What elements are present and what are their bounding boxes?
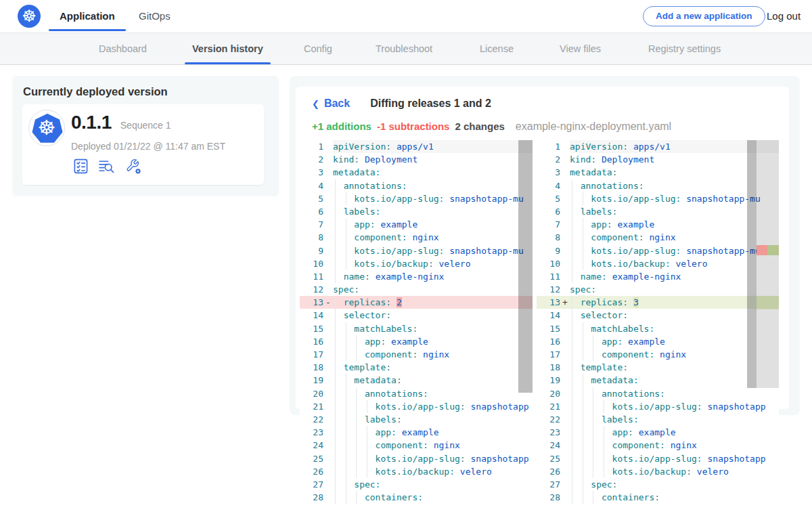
checklist-icon[interactable] [72,158,89,177]
line-number: 5 [300,192,323,205]
overview-ruler[interactable] [757,140,779,388]
diff-marker [323,283,333,296]
diff-pane-modified[interactable]: 1apiVersion: apps/v12kind: Deployment3me… [537,140,779,506]
line-number: 9 [300,244,323,257]
line-number: 1 [537,140,560,153]
wrench-gear-icon[interactable] [125,158,142,177]
code-line: 24 component: nginx [300,439,533,452]
line-number: 18 [537,361,560,374]
line-number: 4 [300,179,323,192]
line-number: 21 [537,400,560,413]
line-number: 24 [300,439,323,452]
diff-marker [323,257,333,270]
currently-deployed-card: Currently deployed version ☸ 0.1.1 Seque… [12,76,279,196]
code-line: 25 kots.io/app-slug: snapshotapp [300,452,533,465]
top-nav: ☸ Application GitOps Add a new applicati… [0,0,812,32]
diff-marker [323,439,333,452]
diff-marker [560,231,570,244]
diff-marker [560,179,570,192]
code-line: 9 kots.io/app-slug: snapshotapp-mu [300,244,533,257]
code-line: 3metadata: [537,166,779,179]
line-number: 14 [537,309,560,322]
subnav-view-files[interactable]: View files [560,33,601,64]
subnav-troubleshoot[interactable]: Troubleshoot [376,33,432,64]
left-pane-scrollbar[interactable] [518,140,533,393]
tab-gitops[interactable]: GitOps [139,0,171,32]
line-number: 11 [537,270,560,283]
code-line: 10 kots.io/backup: velero [300,257,533,270]
line-number: 23 [537,426,560,439]
code-line: 11 name: example-nginx [300,270,533,283]
tab-application[interactable]: Application [60,0,115,32]
kubernetes-logo-icon: ☸ [18,5,41,28]
diff-marker [560,192,570,205]
line-number: 20 [300,387,323,400]
line-number: 23 [300,426,323,439]
line-number: 3 [300,166,323,179]
line-number: 1 [300,140,323,153]
diff-filename: example-nginx-deployment.yaml [516,121,671,133]
ruler-viewport-diff-marker [757,296,779,309]
subnav-version-history[interactable]: Version history [192,33,263,64]
diff-marker [323,179,333,192]
line-number: 12 [537,283,560,296]
code-line: 20 annotations: [537,387,779,400]
logout-link[interactable]: Log out [767,0,800,32]
diff-marker [560,205,570,218]
back-button[interactable]: ❮ Back [312,98,350,110]
diff-marker [323,478,333,491]
line-number: 11 [300,270,323,283]
file-search-icon[interactable] [97,158,116,177]
diff-pane-original[interactable]: 1apiVersion: apps/v12kind: Deployment3me… [300,140,533,506]
diff-marker [560,218,570,231]
diff-marker [560,465,570,478]
subnav-license[interactable]: License [480,33,514,64]
diff-editor[interactable]: 1apiVersion: apps/v12kind: Deployment3me… [300,140,779,506]
diff-marker [323,387,333,400]
diff-marker [323,218,333,231]
diff-marker: + [560,296,570,309]
diff-marker [323,465,333,478]
code-line: 7 app: example [537,218,779,231]
app-sub-nav: Dashboard Version history Config Trouble… [0,32,812,65]
add-application-button[interactable]: Add a new application [643,6,765,26]
changes-count: 2 changes [455,121,504,132]
subnav-registry-settings[interactable]: Registry settings [648,33,721,64]
diff-marker [560,335,570,348]
ruler-added-marker [767,245,779,255]
code-line: 27 spec: [537,478,779,491]
line-number: 14 [300,309,323,322]
code-line: 22 labels: [300,413,533,426]
code-line: 12spec: [537,283,779,296]
line-number: 7 [537,218,560,231]
right-pane-scrollbar[interactable] [747,140,757,388]
line-number: 4 [537,179,560,192]
line-number: 15 [537,322,560,335]
code-line: 4 annotations: [300,179,533,192]
subnav-config[interactable]: Config [304,33,332,64]
code-line: 20 annotations: [300,387,533,400]
line-number: 9 [537,244,560,257]
line-number: 26 [300,465,323,478]
line-number: 20 [537,387,560,400]
diff-marker [560,348,570,361]
code-line: 1apiVersion: apps/v1 [300,140,533,153]
diff-marker [560,400,570,413]
line-number: 3 [537,166,560,179]
diff-marker [323,413,333,426]
diff-marker [560,309,570,322]
line-number: 12 [300,283,323,296]
code-line: 7 app: example [300,218,533,231]
diff-marker [560,244,570,257]
kots-admin-console: ☸ Application GitOps Add a new applicati… [0,0,812,520]
line-number: 21 [300,400,323,413]
line-number: 22 [300,413,323,426]
diff-marker: - [323,296,333,309]
additions-count: +1 additions [312,121,371,132]
subnav-dashboard[interactable]: Dashboard [99,33,147,64]
code-line: 18 template: [537,361,779,374]
diff-marker [560,153,570,166]
code-line: 5 kots.io/app-slug: snapshotapp-mu [537,192,779,205]
diff-marker [323,452,333,465]
line-number: 28 [300,491,323,504]
